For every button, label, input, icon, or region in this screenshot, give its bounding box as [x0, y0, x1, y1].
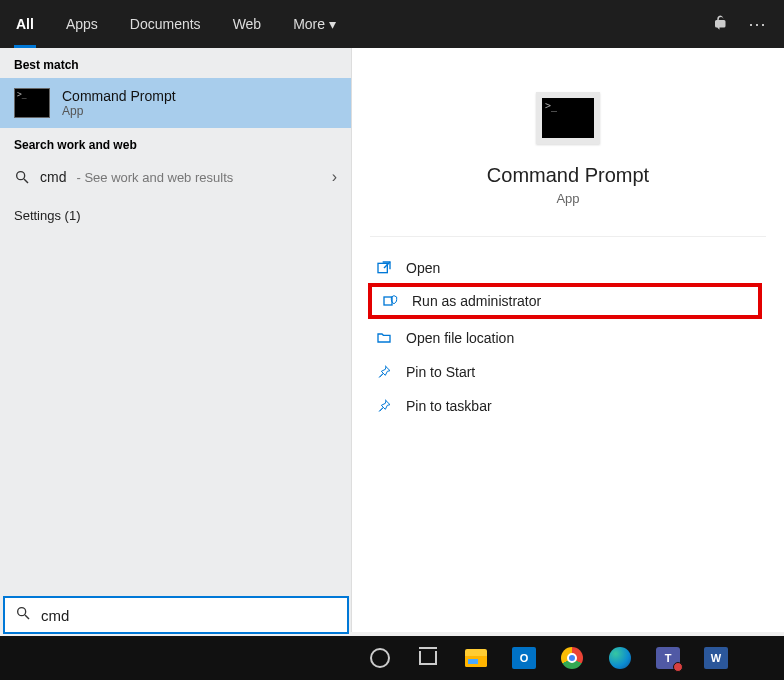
- best-match-header: Best match: [0, 48, 351, 78]
- search-web-query: cmd: [40, 169, 66, 185]
- chrome-icon: [561, 647, 583, 669]
- tab-label: Web: [233, 16, 262, 32]
- teams-icon: T: [656, 647, 680, 669]
- file-explorer-icon: [465, 649, 487, 667]
- outlook-icon: O: [512, 647, 536, 669]
- cortana-button[interactable]: [358, 636, 402, 680]
- highlight-annotation: Run as administrator: [368, 283, 762, 319]
- action-label: Pin to Start: [406, 364, 475, 380]
- tab-label: Documents: [130, 16, 201, 32]
- search-web-header: Search work and web: [0, 128, 351, 158]
- folder-icon: [376, 330, 392, 346]
- chevron-right-icon: ›: [332, 168, 337, 186]
- action-label: Open: [406, 260, 440, 276]
- pin-icon: [376, 364, 392, 380]
- chevron-down-icon: ▾: [329, 16, 336, 32]
- action-label: Run as administrator: [412, 293, 541, 309]
- taskview-button[interactable]: [406, 636, 450, 680]
- open-icon: [376, 260, 392, 276]
- command-prompt-icon: [14, 88, 50, 118]
- search-web-hint: - See work and web results: [76, 170, 233, 185]
- svg-line-5: [25, 615, 29, 619]
- actions-list: Open Run as administrator Open file loca…: [352, 237, 784, 437]
- search-input[interactable]: [41, 607, 337, 624]
- action-open-file-location[interactable]: Open file location: [362, 321, 774, 355]
- svg-point-0: [17, 172, 25, 180]
- pin-icon: [376, 398, 392, 414]
- chrome-button[interactable]: [550, 636, 594, 680]
- result-title: Command Prompt: [62, 88, 176, 104]
- result-command-prompt[interactable]: Command Prompt App: [0, 78, 351, 128]
- svg-rect-3: [384, 297, 392, 305]
- tab-label: Apps: [66, 16, 98, 32]
- action-label: Open file location: [406, 330, 514, 346]
- tab-more[interactable]: More▾: [277, 0, 352, 48]
- taskbar: O T W: [0, 636, 784, 680]
- main-area: Best match Command Prompt App Search wor…: [0, 48, 784, 632]
- result-subtitle: App: [62, 104, 176, 118]
- teams-button[interactable]: T: [646, 636, 690, 680]
- preview-title: Command Prompt: [487, 164, 649, 187]
- action-pin-to-taskbar[interactable]: Pin to taskbar: [362, 389, 774, 423]
- action-run-as-administrator[interactable]: Run as administrator: [372, 287, 758, 315]
- tab-documents[interactable]: Documents: [114, 0, 217, 48]
- word-icon: W: [704, 647, 728, 669]
- action-pin-to-start[interactable]: Pin to Start: [362, 355, 774, 389]
- tab-web[interactable]: Web: [217, 0, 278, 48]
- word-button[interactable]: W: [694, 636, 738, 680]
- filter-tabs: All Apps Documents Web More▾ ⋯: [0, 0, 784, 48]
- action-open[interactable]: Open: [362, 251, 774, 285]
- cortana-icon: [370, 648, 390, 668]
- svg-line-1: [24, 179, 28, 183]
- tab-all[interactable]: All: [0, 0, 50, 48]
- action-label: Pin to taskbar: [406, 398, 492, 414]
- preview-header: Command Prompt App: [370, 72, 766, 237]
- preview-pane: Command Prompt App Open Run as administr…: [352, 48, 784, 632]
- svg-point-4: [18, 608, 26, 616]
- taskview-icon: [419, 651, 437, 665]
- edge-button[interactable]: [598, 636, 642, 680]
- preview-subtitle: App: [556, 191, 579, 206]
- search-bar[interactable]: [3, 596, 349, 634]
- results-pane: Best match Command Prompt App Search wor…: [0, 48, 352, 632]
- file-explorer-button[interactable]: [454, 636, 498, 680]
- shield-admin-icon: [382, 293, 398, 309]
- command-prompt-icon: [536, 92, 600, 144]
- search-icon: [14, 169, 30, 185]
- tab-label: All: [16, 16, 34, 32]
- tab-label: More: [293, 16, 325, 32]
- outlook-button[interactable]: O: [502, 636, 546, 680]
- svg-rect-2: [378, 263, 387, 272]
- search-web-row[interactable]: cmd - See work and web results ›: [0, 158, 351, 196]
- feedback-icon[interactable]: [712, 14, 730, 35]
- edge-icon: [609, 647, 631, 669]
- settings-row[interactable]: Settings (1): [0, 196, 351, 235]
- settings-label: Settings (1): [14, 208, 80, 223]
- search-icon: [15, 605, 31, 625]
- tab-apps[interactable]: Apps: [50, 0, 114, 48]
- more-options-icon[interactable]: ⋯: [748, 13, 768, 35]
